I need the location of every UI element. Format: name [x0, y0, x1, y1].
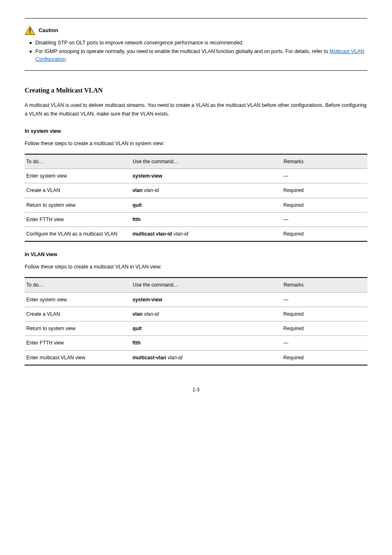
cell-remarks: Required	[281, 227, 367, 242]
cell-remarks: —	[281, 212, 367, 227]
bullet-2-post: .	[66, 56, 67, 62]
table-row: Return to system view quit Required	[25, 321, 367, 336]
th-remarks: Remarks	[281, 154, 367, 169]
cell-todo: Configure the VLAN as a multicast VLAN	[25, 227, 131, 242]
bullet-2-pre: For IGMP snooping to operate normally, y…	[35, 49, 330, 54]
cmd-text: ftth	[133, 217, 141, 222]
table-row: Create a VLAN vlan vlan-id Required	[25, 183, 367, 198]
table-header-row: To do… Use the command… Remarks	[25, 154, 367, 169]
cell-todo: Create a VLAN	[25, 307, 131, 321]
cell-remarks: Required	[281, 350, 367, 365]
cmd-text: system-view	[133, 173, 163, 179]
cmd-text: multicast vlan-id	[133, 231, 174, 237]
cmd-text: vlan	[133, 311, 144, 317]
cell-todo: Return to system view	[25, 321, 131, 336]
table2-caption: In VLAN view	[25, 251, 367, 259]
cell-cmd: system-view	[131, 169, 282, 183]
cell-todo: Enter system view	[25, 292, 131, 307]
svg-rect-2	[30, 32, 30, 33]
caution-bullet-1: Disabling STP on OLT ports to improve ne…	[25, 39, 367, 47]
cell-remarks: —	[281, 336, 367, 350]
cell-remarks: —	[281, 292, 367, 307]
callout-divider-bottom	[25, 70, 367, 71]
cell-cmd: system-view	[131, 292, 282, 307]
table-row: Enter FTTH view ftth —	[25, 212, 367, 227]
table-row: Configure the VLAN as a multicast VLAN m…	[25, 227, 367, 242]
caution-triangle-icon	[25, 26, 35, 35]
table-header-row: To do… Use the command… Remarks	[25, 278, 367, 292]
cmd-text: vlan	[133, 187, 144, 193]
cell-todo: Enter multicast VLAN view	[25, 350, 131, 365]
th-todo: To do…	[25, 154, 131, 169]
th-cmd: Use the command…	[131, 154, 282, 169]
cmd-arg: vlan-id	[173, 231, 188, 237]
cmd-arg: vlan-id	[168, 355, 182, 361]
cell-remarks: —	[281, 169, 367, 183]
divider-top	[25, 18, 367, 18]
cell-cmd: ftth	[131, 336, 282, 350]
table-row: Enter multicast VLAN view multicast-vlan…	[25, 350, 367, 365]
section-body: A multicast VLAN is used to deliver mult…	[25, 101, 367, 118]
cell-todo: Enter FTTH view	[25, 336, 131, 350]
table2-lead: Follow these steps to create a multicast…	[25, 263, 367, 271]
cell-cmd: ftth	[131, 212, 282, 227]
table-row: Enter system view system-view —	[25, 292, 367, 307]
cmd-text: system-view	[133, 297, 163, 303]
cell-todo: Enter FTTH view	[25, 212, 131, 227]
table-vlan-view: To do… Use the command… Remarks Enter sy…	[25, 277, 367, 365]
cell-cmd: quit	[131, 321, 282, 336]
table-row: Enter system view system-view —	[25, 169, 367, 183]
section-title-multicast-vlan: Creating a Multicast VLAN	[25, 86, 367, 95]
table-row: Create a VLAN vlan vlan-id Required	[25, 307, 367, 321]
caution-label: Caution	[39, 27, 58, 35]
th-cmd: Use the command…	[131, 278, 282, 292]
svg-rect-1	[30, 28, 30, 32]
caution-callout: Caution Disabling STP on OLT ports to im…	[25, 26, 367, 64]
cell-remarks: Required	[281, 198, 367, 212]
cell-cmd: vlan vlan-id	[131, 183, 282, 198]
cell-todo: Enter system view	[25, 169, 131, 183]
cell-cmd: quit	[131, 198, 282, 212]
page-number: 1-3	[25, 386, 367, 393]
cmd-text: ftth	[133, 340, 141, 346]
table-row: Return to system view quit Required	[25, 198, 367, 212]
cell-cmd: multicast-vlan vlan-id	[131, 350, 282, 365]
th-remarks: Remarks	[281, 278, 367, 292]
cmd-text: multicast-vlan	[133, 355, 168, 361]
cell-todo: Create a VLAN	[25, 183, 131, 198]
cmd-arg: vlan-id	[144, 311, 159, 317]
cell-cmd: vlan vlan-id	[131, 307, 282, 321]
table1-lead: Follow these steps to create a multicast…	[25, 139, 367, 148]
cmd-text: quit	[133, 326, 142, 331]
caution-bullet-2: For IGMP snooping to operate normally, y…	[25, 48, 367, 63]
cmd-text: quit	[133, 202, 142, 208]
th-todo: To do…	[25, 278, 131, 292]
table1-caption: In system view	[25, 127, 367, 135]
cmd-arg: vlan-id	[144, 187, 159, 193]
table-row: Enter FTTH view ftth —	[25, 336, 367, 350]
table-system-view: To do… Use the command… Remarks Enter sy…	[25, 154, 367, 242]
cell-remarks: Required	[281, 183, 367, 198]
cell-remarks: Required	[281, 307, 367, 321]
cell-remarks: Required	[281, 321, 367, 336]
cell-todo: Return to system view	[25, 198, 131, 212]
cell-cmd: multicast vlan-id vlan-id	[131, 227, 282, 242]
